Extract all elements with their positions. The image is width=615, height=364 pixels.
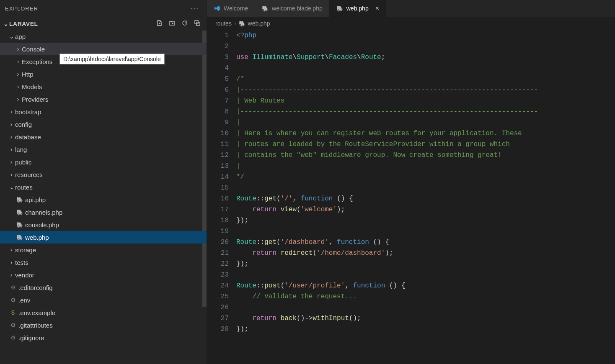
close-icon[interactable]: × bbox=[375, 5, 379, 12]
chevron-down-icon[interactable]: ⌄ bbox=[3, 21, 8, 27]
chevron-icon: › bbox=[16, 96, 20, 103]
node-label: .env.example bbox=[18, 309, 55, 316]
folder-node[interactable]: ›database bbox=[0, 131, 207, 143]
folder-node[interactable]: ›Http bbox=[0, 68, 207, 80]
node-label: web.php bbox=[25, 234, 49, 241]
dollar-icon: $ bbox=[9, 309, 17, 316]
folder-node[interactable]: ›public bbox=[0, 156, 207, 168]
folder-node[interactable]: ›resources bbox=[0, 168, 207, 181]
breadcrumb-seg[interactable]: routes bbox=[215, 20, 232, 27]
folder-node[interactable]: ›vendor bbox=[0, 269, 207, 281]
tab-label: web.php bbox=[346, 5, 369, 12]
file-node[interactable]: 🐘api.php bbox=[0, 193, 207, 206]
node-label: public bbox=[15, 159, 31, 166]
file-node[interactable]: ⚙.gitignore bbox=[0, 331, 207, 344]
folder-node[interactable]: ›Providers bbox=[0, 93, 207, 105]
gear-icon: ⚙ bbox=[9, 284, 17, 291]
node-label: .editorconfig bbox=[18, 284, 53, 291]
chevron-icon: › bbox=[9, 259, 13, 266]
chevron-icon: › bbox=[16, 46, 20, 52]
chevron-icon: › bbox=[9, 272, 13, 278]
php-icon: 🐘 bbox=[16, 222, 23, 228]
node-label: .gitattributes bbox=[18, 322, 53, 329]
node-label: Console bbox=[22, 46, 45, 53]
tab-welcome-blade-php[interactable]: 🐘welcome.blade.php bbox=[255, 0, 330, 17]
node-label: .env bbox=[18, 297, 30, 304]
node-label: bootstrap bbox=[15, 108, 41, 115]
chevron-icon: › bbox=[9, 159, 13, 165]
new-folder-icon[interactable] bbox=[169, 20, 176, 28]
collapse-icon[interactable] bbox=[194, 20, 201, 28]
node-label: Exceptions bbox=[22, 58, 52, 65]
node-label: lang bbox=[15, 146, 27, 153]
php-icon: 🐘 bbox=[262, 5, 269, 12]
node-label: Providers bbox=[22, 96, 48, 103]
chevron-icon: ⌄ bbox=[9, 33, 13, 40]
gear-icon: ⚙ bbox=[9, 322, 17, 328]
php-icon: 🐘 bbox=[239, 21, 245, 27]
node-label: channels.php bbox=[25, 209, 62, 216]
gear-icon: ⚙ bbox=[9, 297, 17, 303]
chevron-icon: › bbox=[9, 108, 13, 115]
project-name: LARAVEL bbox=[9, 21, 38, 27]
breadcrumb-seg[interactable]: web.php bbox=[248, 20, 270, 27]
folder-node[interactable]: ⌄routes bbox=[0, 181, 207, 193]
node-label: storage bbox=[15, 246, 36, 254]
breadcrumb[interactable]: routes › 🐘 web.php bbox=[207, 17, 615, 30]
more-icon[interactable]: ··· bbox=[190, 4, 199, 13]
file-node[interactable]: 🐘web.php bbox=[0, 231, 207, 244]
file-node[interactable]: 🐘console.php bbox=[0, 218, 207, 231]
chevron-icon: › bbox=[9, 246, 13, 253]
file-node[interactable]: ⚙.gitattributes bbox=[0, 319, 207, 331]
chevron-icon: › bbox=[9, 121, 13, 128]
folder-node[interactable]: ›Models bbox=[0, 80, 207, 93]
line-numbers: 1234567891011121314151617181920212223242… bbox=[207, 30, 236, 364]
file-node[interactable]: $.env.example bbox=[0, 306, 207, 319]
chevron-icon: › bbox=[9, 146, 13, 153]
chevron-icon: › bbox=[16, 71, 20, 77]
node-label: database bbox=[15, 133, 41, 141]
chevron-icon: › bbox=[16, 58, 20, 65]
node-label: api.php bbox=[25, 196, 46, 203]
tab-welcome[interactable]: Welcome bbox=[207, 0, 255, 17]
editor-area: Welcome🐘welcome.blade.php🐘web.php× route… bbox=[207, 0, 615, 364]
code-content[interactable]: <?php use Illuminate\Support\Facades\Rou… bbox=[236, 30, 615, 364]
folder-node[interactable]: ›config bbox=[0, 118, 207, 131]
node-label: .gitignore bbox=[18, 334, 44, 341]
node-label: tests bbox=[15, 259, 28, 266]
file-tree: ⌄app›Console›Exceptions›Http›Models›Prov… bbox=[0, 30, 207, 364]
folder-node[interactable]: ›bootstrap bbox=[0, 105, 207, 118]
folder-node[interactable]: ›lang bbox=[0, 143, 207, 156]
refresh-icon[interactable] bbox=[181, 20, 188, 28]
node-label: vendor bbox=[15, 272, 34, 279]
vscode-icon bbox=[214, 5, 220, 12]
tab-web-php[interactable]: 🐘web.php× bbox=[330, 0, 386, 17]
file-node[interactable]: ⚙.editorconfig bbox=[0, 281, 207, 294]
chevron-right-icon: › bbox=[234, 20, 236, 27]
path-tooltip: D:\xampp\htdocs\laravel\app\Console bbox=[59, 54, 165, 64]
node-label: Models bbox=[22, 83, 42, 90]
php-icon: 🐘 bbox=[16, 209, 23, 215]
tab-bar: Welcome🐘welcome.blade.php🐘web.php× bbox=[207, 0, 615, 17]
chevron-icon: ⌄ bbox=[9, 184, 13, 190]
node-label: config bbox=[15, 121, 32, 128]
folder-node[interactable]: ›storage bbox=[0, 244, 207, 256]
node-label: app bbox=[15, 33, 26, 40]
node-label: routes bbox=[15, 184, 33, 191]
file-node[interactable]: 🐘channels.php bbox=[0, 206, 207, 218]
folder-node[interactable]: ›tests bbox=[0, 256, 207, 269]
node-label: console.php bbox=[25, 221, 59, 228]
node-label: resources bbox=[15, 171, 43, 178]
tab-label: Welcome bbox=[224, 5, 248, 12]
chevron-icon: › bbox=[9, 171, 13, 178]
php-icon: 🐘 bbox=[16, 234, 23, 241]
chevron-icon: › bbox=[16, 83, 20, 90]
gear-icon: ⚙ bbox=[9, 334, 17, 341]
new-file-icon[interactable] bbox=[156, 20, 163, 28]
explorer-title: EXPLORER bbox=[5, 5, 38, 12]
tab-label: welcome.blade.php bbox=[272, 5, 323, 12]
file-node[interactable]: ⚙.env bbox=[0, 294, 207, 306]
code-editor[interactable]: 1234567891011121314151617181920212223242… bbox=[207, 30, 615, 364]
folder-node[interactable]: ⌄app bbox=[0, 30, 207, 43]
chevron-icon: › bbox=[9, 133, 13, 140]
